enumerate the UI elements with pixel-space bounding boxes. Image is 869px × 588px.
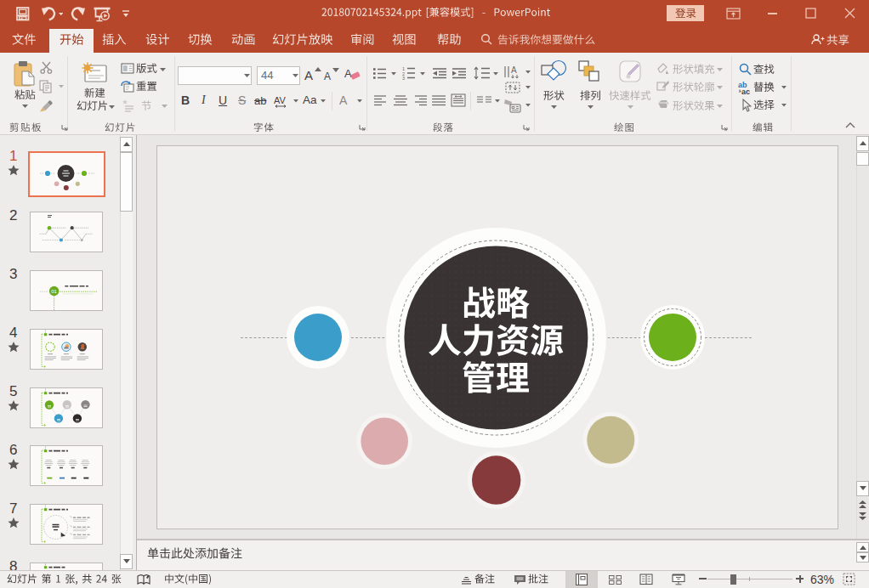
svg-text:AV: AV (274, 95, 287, 105)
svg-text:01: 01 (51, 289, 57, 294)
svg-text:3: 3 (402, 76, 405, 80)
svg-text:A: A (511, 65, 517, 75)
svg-text:ac: ac (741, 88, 750, 94)
